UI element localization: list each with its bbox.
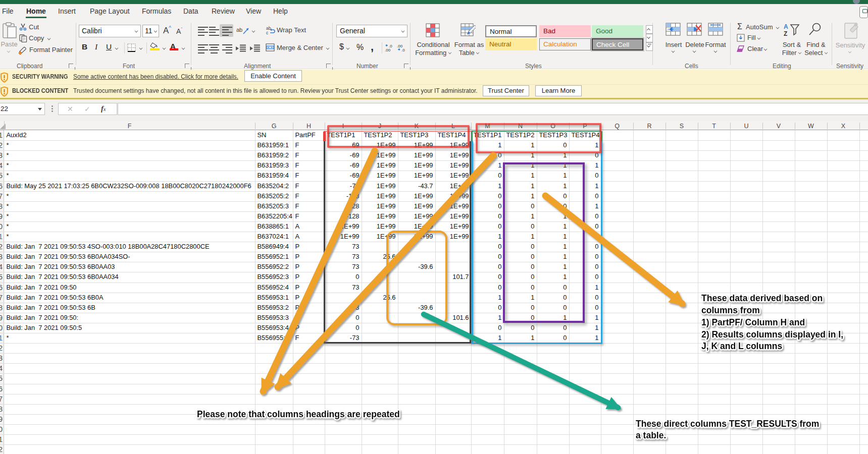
svg-text:A: A bbox=[784, 23, 788, 30]
svg-text:Z: Z bbox=[784, 30, 787, 36]
svg-text:.00: .00 bbox=[385, 48, 391, 52]
svg-text:c: c bbox=[266, 30, 269, 35]
svg-text:ab: ab bbox=[236, 27, 242, 33]
svg-text:.0: .0 bbox=[401, 48, 405, 52]
